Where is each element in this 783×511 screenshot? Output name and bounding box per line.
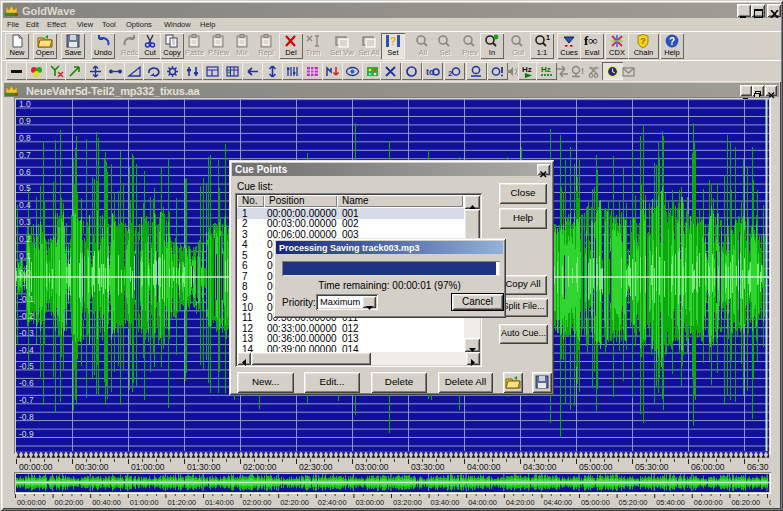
svg-text:05:30:00: 05:30:00 bbox=[635, 462, 669, 472]
svg-text:0.5: 0.5 bbox=[19, 183, 31, 193]
svg-text:-0.5: -0.5 bbox=[19, 361, 34, 371]
svg-text:05:20:00: 05:20:00 bbox=[619, 498, 648, 507]
svg-text:0.7: 0.7 bbox=[19, 150, 31, 160]
svg-text:06:00:00: 06:00:00 bbox=[694, 498, 723, 507]
svg-text:06:20:00: 06:20:00 bbox=[731, 498, 760, 507]
svg-text:02:00:00: 02:00:00 bbox=[243, 462, 277, 472]
svg-text:06:40:00: 06:40:00 bbox=[769, 498, 771, 507]
svg-text:-0.3: -0.3 bbox=[19, 328, 34, 338]
svg-text:01:00:00: 01:00:00 bbox=[131, 462, 165, 472]
svg-text:0.9: 0.9 bbox=[19, 116, 31, 126]
svg-text:1.0: 1.0 bbox=[19, 99, 31, 109]
svg-text:0.1: 0.1 bbox=[19, 251, 31, 261]
svg-text:00:00:00: 00:00:00 bbox=[17, 498, 46, 507]
svg-text:00:20:00: 00:20:00 bbox=[55, 498, 84, 507]
svg-text:Hz: Hz bbox=[541, 65, 551, 74]
svg-text:05:00:00: 05:00:00 bbox=[579, 462, 613, 472]
svg-text:05:00:00: 05:00:00 bbox=[581, 498, 610, 507]
svg-text:01:00:00: 01:00:00 bbox=[130, 498, 159, 507]
svg-text:00:40:00: 00:40:00 bbox=[92, 498, 121, 507]
svg-text:0.6: 0.6 bbox=[19, 167, 31, 177]
svg-text:Hz: Hz bbox=[522, 65, 532, 74]
svg-text:02:00:00: 02:00:00 bbox=[243, 498, 272, 507]
svg-text:1: 1 bbox=[546, 34, 550, 41]
svg-text:0.4: 0.4 bbox=[19, 200, 31, 210]
svg-text:06:00:00: 06:00:00 bbox=[691, 462, 725, 472]
svg-text:02:40:00: 02:40:00 bbox=[318, 498, 347, 507]
svg-text:0.8: 0.8 bbox=[19, 133, 31, 143]
svg-text:01:40:00: 01:40:00 bbox=[205, 498, 234, 507]
svg-text:?: ? bbox=[669, 36, 675, 47]
svg-text:01:30:00: 01:30:00 bbox=[187, 462, 221, 472]
svg-text:04:40:00: 04:40:00 bbox=[543, 498, 572, 507]
svg-text:03:00:00: 03:00:00 bbox=[355, 498, 384, 507]
svg-text:02:20:00: 02:20:00 bbox=[280, 498, 309, 507]
svg-text:-0.1: -0.1 bbox=[19, 294, 34, 304]
svg-text:02:30:00: 02:30:00 bbox=[299, 462, 333, 472]
svg-text:-0.2: -0.2 bbox=[19, 311, 34, 321]
svg-text:01:20:00: 01:20:00 bbox=[167, 498, 196, 507]
svg-text:04:00:00: 04:00:00 bbox=[468, 498, 497, 507]
svg-text:03:00:00: 03:00:00 bbox=[355, 462, 389, 472]
svg-text:-0.6: -0.6 bbox=[19, 378, 34, 388]
svg-text:00:00:00: 00:00:00 bbox=[19, 462, 53, 472]
svg-text:0.0: 0.0 bbox=[19, 268, 31, 278]
svg-text:0.2: 0.2 bbox=[19, 234, 31, 244]
svg-text:04:20:00: 04:20:00 bbox=[506, 498, 535, 507]
svg-text:03:30:00: 03:30:00 bbox=[411, 462, 445, 472]
svg-text:-0.9: -0.9 bbox=[19, 429, 34, 439]
svg-text:00:30:00: 00:30:00 bbox=[75, 462, 109, 472]
svg-text:06:30: 06:30 bbox=[747, 462, 769, 472]
svg-text:03:20:00: 03:20:00 bbox=[393, 498, 422, 507]
svg-text:-0.7: -0.7 bbox=[19, 395, 34, 405]
svg-text:-0.8: -0.8 bbox=[19, 412, 34, 422]
svg-text:?: ? bbox=[390, 35, 397, 47]
svg-text:04:00:00: 04:00:00 bbox=[467, 462, 501, 472]
svg-text:03:40:00: 03:40:00 bbox=[431, 498, 460, 507]
svg-text:0.3: 0.3 bbox=[19, 217, 31, 227]
svg-text:-0.4: -0.4 bbox=[19, 345, 34, 355]
svg-text:05:40:00: 05:40:00 bbox=[656, 498, 685, 507]
svg-text:?: ? bbox=[640, 36, 646, 46]
svg-text:04:30:00: 04:30:00 bbox=[523, 462, 557, 472]
